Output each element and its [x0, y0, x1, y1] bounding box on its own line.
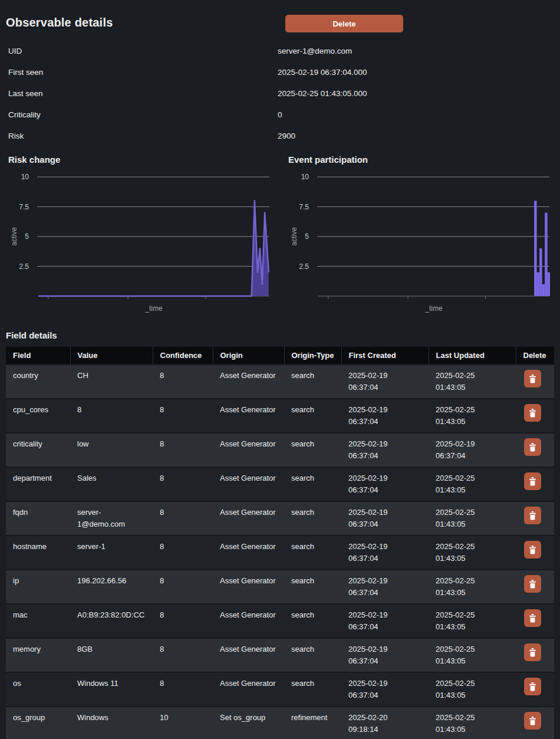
trash-icon	[529, 614, 536, 623]
trash-icon	[529, 717, 536, 725]
column-header-last-updated: Last Updated	[429, 347, 516, 364]
trash-icon	[529, 443, 536, 452]
svg-text:active: active	[290, 227, 298, 246]
delete-row-button[interactable]	[524, 575, 541, 593]
cell-first-created: 2025-02-2009:18:14	[341, 707, 429, 739]
delete-row-button[interactable]	[524, 609, 541, 627]
cell-first-created: 2025-02-1906:37:04	[341, 364, 429, 399]
table-row: hostnameserver-18Asset Generatorsearch20…	[6, 536, 554, 570]
cell-last-updated: 2025-02-2501:43:05	[429, 570, 516, 604]
cell-delete	[516, 604, 554, 638]
cell-last-updated: 2025-02-2501:43:05	[429, 672, 516, 707]
column-header-confidence: Confidence	[153, 347, 213, 364]
cell-last-updated: 2025-02-2501:43:05	[429, 707, 516, 739]
cell-first-created: 2025-02-1906:37:04	[341, 433, 429, 467]
cell-field: hostname	[6, 536, 70, 570]
delete-row-button[interactable]	[524, 438, 541, 456]
table-row: fqdnserver-1@demo.com8Asset Generatorsea…	[6, 501, 554, 536]
cell-last-updated: 2025-02-2501:43:05	[429, 638, 516, 672]
cell-origin: Asset Generator	[213, 433, 284, 467]
summary-label: Last seen	[0, 89, 278, 98]
cell-delete	[516, 570, 554, 604]
trash-icon	[529, 409, 536, 418]
cell-field: os	[6, 672, 70, 707]
cell-field: country	[6, 364, 70, 399]
table-body: countryCH8Asset Generatorsearch2025-02-1…	[6, 364, 554, 739]
observable-details-page: { "header": { "title": "Observable detai…	[0, 0, 560, 739]
svg-text:2.5: 2.5	[299, 262, 309, 271]
table-row: macA0:B9:23:82:0D:CC8Asset Generatorsear…	[6, 604, 554, 638]
trash-icon	[529, 580, 536, 589]
cell-origin-type: search	[284, 638, 341, 672]
cell-origin: Asset Generator	[213, 536, 284, 570]
field-details-table-wrap: FieldValueConfidenceOriginOrigin-TypeFir…	[6, 347, 554, 739]
delete-row-button[interactable]	[524, 712, 541, 730]
charts-row: Risk change 2.557.510active_time Event p…	[0, 146, 560, 316]
cell-origin: Asset Generator	[213, 467, 284, 501]
cell-field: os_group	[6, 707, 70, 739]
cell-origin-type: search	[284, 672, 341, 707]
summary-list: UIDserver-1@demo.comFirst seen2025-02-19…	[0, 40, 560, 146]
table-header-row: FieldValueConfidenceOriginOrigin-TypeFir…	[6, 347, 554, 364]
risk-change-chart: Risk change 2.557.510active_time	[0, 146, 280, 316]
cell-last-updated: 2025-02-2501:43:05	[429, 501, 516, 536]
cell-value: Sales	[70, 467, 153, 501]
cell-value: Windows 11	[70, 672, 153, 707]
chart-title: Risk change	[8, 155, 280, 165]
cell-value: 196.202.66.56	[70, 570, 153, 604]
cell-delete	[516, 467, 554, 501]
cell-origin-type: search	[284, 501, 341, 536]
svg-text:active: active	[10, 227, 18, 246]
cell-first-created: 2025-02-1906:37:04	[341, 536, 429, 570]
cell-origin-type: search	[284, 536, 341, 570]
cell-origin: Asset Generator	[213, 364, 284, 399]
cell-first-created: 2025-02-1906:37:04	[341, 604, 429, 638]
table-row: os_groupWindows10Set os_grouprefinement2…	[6, 707, 554, 739]
cell-origin-type: search	[284, 570, 341, 604]
cell-delete	[516, 707, 554, 739]
trash-icon	[529, 511, 536, 520]
cell-field: department	[6, 467, 70, 501]
svg-text:7.5: 7.5	[19, 203, 29, 211]
cell-field: criticality	[6, 433, 70, 467]
summary-label: First seen	[0, 68, 278, 77]
event-participation-chart: Event participation 2.557.510active_time	[280, 146, 560, 316]
delete-row-button[interactable]	[524, 541, 541, 559]
trash-icon	[529, 375, 536, 383]
cell-confidence: 8	[153, 501, 213, 536]
delete-row-button[interactable]	[524, 643, 541, 661]
cell-confidence: 8	[153, 638, 213, 672]
summary-row: Criticality0	[0, 104, 560, 125]
delete-row-button[interactable]	[524, 678, 541, 695]
cell-confidence: 10	[153, 707, 213, 739]
summary-row: First seen2025-02-19 06:37:04.000	[0, 61, 560, 83]
summary-value: server-1@demo.com	[278, 47, 352, 55]
delete-row-button[interactable]	[524, 404, 541, 422]
cell-first-created: 2025-02-1906:37:04	[341, 399, 429, 433]
table-row: departmentSales8Asset Generatorsearch202…	[6, 467, 554, 501]
column-header-origin: Origin	[213, 347, 284, 364]
cell-value: CH	[70, 364, 153, 399]
summary-label: Criticality	[0, 110, 278, 119]
table-row: osWindows 118Asset Generatorsearch2025-0…	[6, 672, 554, 707]
delete-row-button[interactable]	[524, 370, 541, 387]
table-row: criticalitylow8Asset Generatorsearch2025…	[6, 433, 554, 467]
cell-origin: Asset Generator	[213, 638, 284, 672]
cell-origin-type: refinement	[284, 707, 341, 739]
header-bar: Observable details Delete	[0, 0, 560, 33]
delete-row-button[interactable]	[524, 507, 541, 524]
summary-row: Last seen2025-02-25 01:43:05.000	[0, 83, 560, 104]
risk-change-plot: 2.557.510active_time	[0, 168, 280, 316]
summary-value: 0	[278, 110, 282, 119]
cell-value: Windows	[70, 707, 153, 739]
cell-origin-type: search	[284, 364, 341, 399]
delete-observable-button[interactable]: Delete	[285, 15, 403, 32]
field-details-table: FieldValueConfidenceOriginOrigin-TypeFir…	[6, 347, 554, 739]
summary-row: Risk2900	[0, 125, 560, 146]
delete-row-button[interactable]	[524, 472, 541, 490]
cell-delete	[516, 536, 554, 570]
column-header-first-created: First Created	[341, 347, 429, 364]
event-participation-plot: 2.557.510active_time	[280, 168, 560, 316]
column-header-origin-type: Origin-Type	[284, 347, 341, 364]
cell-value: low	[70, 433, 153, 467]
